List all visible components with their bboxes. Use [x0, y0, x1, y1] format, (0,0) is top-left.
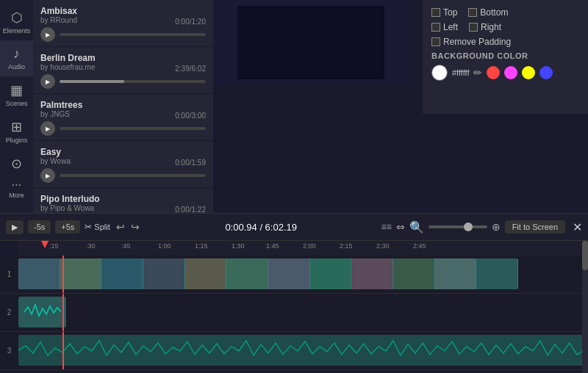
color-dot-blue[interactable] — [539, 66, 553, 79]
background-color-title: BACKGROUND COLOR — [431, 51, 579, 60]
left-right-row: Left Right — [431, 22, 579, 32]
remove-padding-checkbox-label[interactable]: Remove Padding — [431, 37, 511, 47]
undo-redo-group: ↩ ↪ — [115, 221, 141, 233]
sidebar-item-scenes[interactable]: ▦ Scenes — [0, 76, 33, 113]
track-row-1: 1 — [0, 256, 588, 294]
sidebar-item-elements[interactable]: ⬡ Elements — [0, 4, 33, 40]
video-thumb-8 — [310, 258, 352, 289]
left-checkbox-label[interactable]: Left — [431, 22, 458, 32]
playhead-track2 — [62, 294, 64, 331]
video-thumb-10 — [393, 258, 435, 289]
waveform-svg-long: // This script generates wave lines in S… — [18, 335, 588, 366]
remove-padding-row: Remove Padding — [431, 37, 579, 47]
playhead-track3 — [62, 332, 64, 369]
timeline-controls: ▶ -5s +5s ✂ Split ↩ ↪ 0:00.94 / 6:02.19 … — [0, 213, 588, 241]
video-thumb-2 — [60, 258, 102, 289]
track-row-2: 2 — [0, 294, 588, 332]
audio-track-time-0: 0:00/1:20 — [175, 18, 206, 26]
remove-padding-label: Remove Padding — [443, 37, 511, 47]
redo-button[interactable]: ↪ — [129, 221, 141, 233]
preview-area — [213, 0, 408, 84]
plugins-icon: ⊞ — [11, 119, 22, 135]
bottom-checkbox-label[interactable]: Bottom — [468, 7, 508, 18]
progress-bar-0[interactable] — [60, 33, 206, 36]
color-picker-icon[interactable]: ✏ — [473, 67, 482, 79]
ruler-mark-1: :30 — [86, 242, 96, 250]
preview-inner — [213, 0, 408, 84]
color-dot-yellow[interactable] — [522, 66, 535, 79]
play-button-2[interactable]: ▶ — [40, 121, 55, 136]
audio-track-0: Ambisax by RRound 0:00/1:20 ▶ — [33, 0, 213, 47]
ruler-mark-9: 2:30 — [376, 242, 390, 250]
video-thumb-5 — [185, 258, 227, 289]
audio-track-title-1: Berlin Dream — [40, 53, 206, 63]
split-button[interactable]: ✂ Split — [85, 222, 110, 232]
sidebar-item-plugins-label: Plugins — [6, 137, 28, 144]
record-icon: ⊙ — [11, 156, 22, 172]
scissors-icon: ✂ — [85, 222, 92, 232]
remove-padding-checkbox[interactable] — [431, 37, 440, 46]
top-checkbox-label[interactable]: Top — [431, 7, 457, 18]
video-clip-1[interactable] — [18, 258, 518, 289]
progress-bar-1[interactable] — [60, 80, 206, 83]
zoom-in-icon[interactable]: ⊕ — [492, 221, 501, 233]
sidebar-item-audio[interactable]: ♪ Audio — [0, 40, 33, 76]
color-dot-magenta[interactable] — [504, 66, 517, 79]
progress-bar-2[interactable] — [60, 127, 206, 130]
color-row: #ffffff ✏ — [431, 65, 579, 81]
progress-fill-1 — [60, 80, 124, 83]
audio-track-author-1: by housefrau.me — [40, 63, 96, 71]
close-timeline-button[interactable]: ✕ — [573, 220, 582, 234]
time-separator: / — [259, 222, 265, 233]
video-thumb-12 — [476, 258, 518, 289]
audio-controls-1: ▶ — [40, 74, 206, 89]
audio-controls-2: ▶ — [40, 121, 206, 136]
progress-bar-3[interactable] — [60, 174, 206, 177]
plus5-button[interactable]: +5s — [55, 220, 80, 233]
play-button-0[interactable]: ▶ — [40, 27, 55, 42]
color-dot-red[interactable] — [487, 66, 500, 79]
timeline-scroll-thumb[interactable] — [582, 241, 588, 270]
playhead-track1 — [62, 256, 64, 293]
audio-track-time-4: 0:00/1:22 — [175, 206, 206, 213]
fit-to-screen-button[interactable]: Fit to Screen — [505, 220, 565, 233]
audio-track-title-2: Palmtrees — [40, 100, 206, 110]
video-thumb-3 — [101, 258, 143, 289]
undo-button[interactable]: ↩ — [115, 221, 126, 233]
sidebar-item-plugins[interactable]: ⊞ Plugins — [0, 113, 33, 150]
trim-icon: ⇔ — [396, 221, 405, 233]
video-thumb-1 — [18, 258, 60, 289]
play-button-3[interactable]: ▶ — [40, 168, 55, 183]
time-current: 0:00.94 — [225, 222, 257, 233]
track-row-3: 3 // This script generates wave lines in… — [0, 332, 588, 370]
audio-clip-long[interactable]: // This script generates wave lines in S… — [18, 335, 588, 366]
color-swatch-white[interactable] — [431, 65, 448, 81]
left-label: Left — [443, 22, 458, 32]
track-number-2: 2 — [0, 308, 18, 316]
minus5-button[interactable]: -5s — [28, 220, 51, 233]
left-checkbox[interactable] — [431, 23, 440, 32]
right-checkbox-label[interactable]: Right — [469, 22, 501, 32]
zoom-slider[interactable] — [429, 225, 487, 228]
bottom-checkbox[interactable] — [468, 8, 477, 17]
track-content-3[interactable]: // This script generates wave lines in S… — [18, 332, 588, 369]
audio-levels-icon: ≡≡ — [381, 222, 392, 232]
timeline-scrollbar[interactable] — [582, 241, 588, 373]
play-button[interactable]: ▶ — [6, 220, 24, 234]
track-content-2[interactable] — [18, 294, 588, 331]
time-total: 6:02.19 — [265, 222, 297, 233]
sidebar-item-more[interactable]: ··· More — [0, 173, 33, 205]
play-button-1[interactable]: ▶ — [40, 74, 55, 89]
audio-clip-small[interactable] — [18, 297, 66, 327]
audio-icon: ♪ — [13, 46, 20, 62]
right-checkbox[interactable] — [469, 23, 478, 32]
top-checkbox[interactable] — [431, 8, 440, 17]
audio-controls-3: ▶ — [40, 168, 206, 183]
zoom-out-icon[interactable]: 🔍 — [409, 220, 424, 234]
right-panel: Top Bottom Left Right Remove Padding BAC… — [423, 0, 588, 114]
waveform-svg-small — [24, 301, 61, 323]
audio-track-2: Palmtrees by JNGS 0:00/3:00 ▶ — [33, 94, 213, 141]
track-content-1[interactable] — [18, 256, 588, 293]
video-thumb-4 — [143, 258, 185, 289]
ruler-mark-4: 1:15 — [195, 242, 208, 250]
